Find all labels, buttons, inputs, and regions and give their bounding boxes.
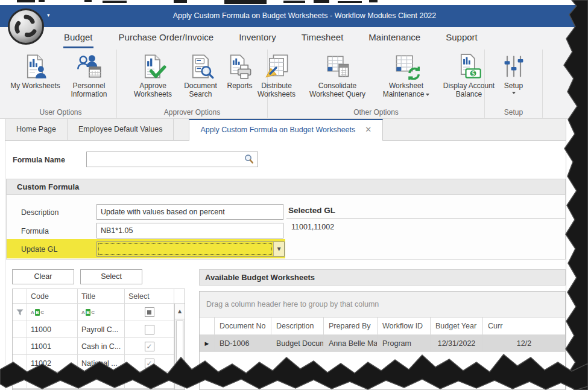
available-worksheets-section-header: Available Budget Worksheets [199, 269, 566, 286]
abc-type-icon: ABC [81, 309, 95, 316]
formula-name-label: Formula Name [13, 156, 65, 164]
gl-grid-filter-row: ABC ABC [13, 304, 185, 321]
my-worksheets-button[interactable]: My Worksheets [7, 51, 64, 91]
report-printer-icon [226, 53, 254, 80]
group-label-other-options: Other Options [268, 108, 484, 117]
row-indicator-icon: ▶ [200, 335, 215, 351]
content-right-border [566, 119, 566, 390]
tab-employee-default-values[interactable]: Employee Default Values [68, 119, 174, 140]
document-search-button[interactable]: Document Search [178, 51, 224, 100]
window-title: Apply Custom Formula on Budget Worksheet… [0, 5, 567, 27]
description-input[interactable] [96, 204, 283, 220]
ribbon-tab-support[interactable]: Support [433, 27, 490, 50]
clear-button[interactable]: Clear [12, 269, 74, 284]
dropdown-arrow-icon[interactable]: ▼ [273, 242, 284, 256]
svg-text:$: $ [471, 70, 475, 77]
gl-row-11000[interactable]: 11000 Payroll C... [13, 321, 185, 338]
description-label: Description [21, 208, 59, 217]
column-header-prepared-by[interactable]: Prepared By [324, 318, 378, 334]
chevron-down-icon [426, 94, 429, 96]
reports-button[interactable]: Reports [224, 51, 256, 91]
app-logo-icon [7, 8, 45, 45]
formula-name-input[interactable] [86, 152, 258, 167]
formula-input[interactable] [96, 223, 283, 238]
custom-formula-section-header: Custom Formula [6, 179, 566, 195]
column-header-description[interactable]: Description [271, 318, 324, 334]
gl-row-partial[interactable]: M [13, 372, 185, 389]
formula-label: Formula [21, 227, 49, 235]
approve-check-icon [139, 53, 167, 80]
column-header-title[interactable]: Title [78, 289, 125, 303]
update-gl-dropdown[interactable]: ▼ [96, 241, 285, 257]
content-left-border [5, 141, 5, 390]
consolidate-calculator-icon [324, 53, 352, 80]
personnel-icon [75, 53, 103, 80]
column-header-budget-year[interactable]: Budget Year [431, 318, 483, 334]
worksheet-user-icon [22, 53, 49, 80]
worksheets-panel: Drag a column header here to group by th… [199, 291, 566, 390]
title-filter-cell[interactable]: ABC [78, 304, 125, 321]
ribbon-group-other-options: Distribute Worksheets Consolidate Worksh… [268, 50, 485, 118]
consolidate-worksheet-query-button[interactable]: Consolidate Worksheet Query [301, 51, 375, 100]
personnel-information-button[interactable]: Personnel Information [64, 51, 115, 100]
setup-button[interactable]: Setup [499, 51, 528, 95]
chevron-down-icon [512, 92, 516, 94]
ribbon-group-setup: Setup Setup [485, 50, 543, 118]
gl-row-11001[interactable]: 11001 Cash in C... ✓ [13, 338, 185, 355]
app-window: Apply Custom Formula on Budget Worksheet… [0, 0, 588, 390]
group-by-hint[interactable]: Drag a column header here to group by th… [200, 292, 565, 318]
column-header-select[interactable]: Select [125, 289, 174, 303]
gl-row-11002[interactable]: 11002 National ... ✓ [13, 355, 185, 372]
tab-home-page[interactable]: Home Page [5, 119, 68, 140]
column-header-workflow-id[interactable]: Workflow ID [378, 318, 431, 334]
tab-apply-custom-formula[interactable]: Apply Custom Formula on Budget Worksheet… [189, 119, 383, 141]
filter-icon[interactable] [13, 304, 27, 321]
checkbox-checked[interactable]: ✓ [145, 342, 154, 351]
column-header-document-no[interactable]: Document No [215, 318, 271, 334]
vertical-scrollbar[interactable]: ▲ [174, 304, 185, 389]
ribbon-tab-inventory[interactable]: Inventory [226, 27, 289, 50]
search-icon[interactable] [244, 154, 254, 166]
document-tab-bar: Home Page Employee Default Values Apply … [5, 119, 566, 141]
selected-gl-divider [286, 218, 566, 219]
checkbox-unchecked[interactable] [145, 325, 154, 334]
update-gl-dropdown-value[interactable] [98, 243, 272, 255]
sliders-icon [500, 53, 528, 80]
selected-gl-value: 11001,11002 [291, 223, 334, 231]
ribbon-tab-budget[interactable]: Budget [51, 27, 106, 50]
selected-gl-label: Selected GL [288, 206, 335, 215]
quick-access-dropdown-icon[interactable]: ▾ [47, 12, 50, 18]
worksheet-refresh-icon [393, 53, 420, 80]
update-gl-label: Update GL [21, 245, 57, 254]
group-label-setup: Setup [485, 108, 542, 117]
approve-worksheets-button[interactable]: Approve Worksheets [128, 51, 178, 100]
column-header-code[interactable]: Code [27, 289, 78, 303]
select-button[interactable]: Select [80, 269, 142, 284]
distribute-worksheets-button[interactable]: Distribute Worksheets [253, 51, 301, 100]
checkbox-checked[interactable]: ✓ [145, 359, 154, 368]
ribbon-tab-purchase-order-invoice[interactable]: Purchase Order/Invoice [106, 27, 227, 50]
ribbon-tab-maintenance[interactable]: Maintenance [356, 27, 433, 50]
document-search-icon [187, 53, 215, 80]
scrollbar-thumb[interactable] [176, 321, 183, 364]
gl-grid-header-row: Code Title Select [13, 289, 185, 304]
ribbon-group-user-options: My Worksheets Personnel Information [5, 50, 117, 118]
distribute-sheets-icon [263, 53, 291, 80]
gl-account-grid: Code Title Select ABC ABC 11000 Payroll … [12, 289, 185, 390]
checkbox-unchecked[interactable] [145, 376, 154, 385]
account-balance-icon: $ [455, 53, 483, 80]
ribbon-group-approver-options: Approve Worksheets Document Search [117, 50, 268, 118]
select-filter-cell[interactable] [125, 304, 174, 321]
code-filter-cell[interactable]: ABC [27, 304, 78, 321]
worksheets-header-row: Document No Description Prepared By Work… [200, 318, 565, 335]
group-label-user-options: User Options [5, 108, 116, 117]
ribbon-tab-bar: Budget Purchase Order/Invoice Inventory … [51, 27, 490, 50]
worksheet-row-bd-1006[interactable]: ▶ BD-1006 Budget Docum... Anna Belle Ma.… [200, 335, 565, 352]
group-label-approver-options: Approver Options [117, 108, 267, 117]
scroll-up-icon[interactable]: ▲ [175, 304, 185, 319]
close-tab-icon[interactable]: ✕ [365, 125, 371, 134]
indeterminate-checkbox[interactable] [145, 307, 154, 317]
column-header-current[interactable]: Curr [483, 318, 565, 334]
worksheet-maintenance-button[interactable]: Worksheet Maintenance [375, 51, 438, 100]
ribbon-tab-timesheet[interactable]: Timesheet [289, 27, 356, 50]
